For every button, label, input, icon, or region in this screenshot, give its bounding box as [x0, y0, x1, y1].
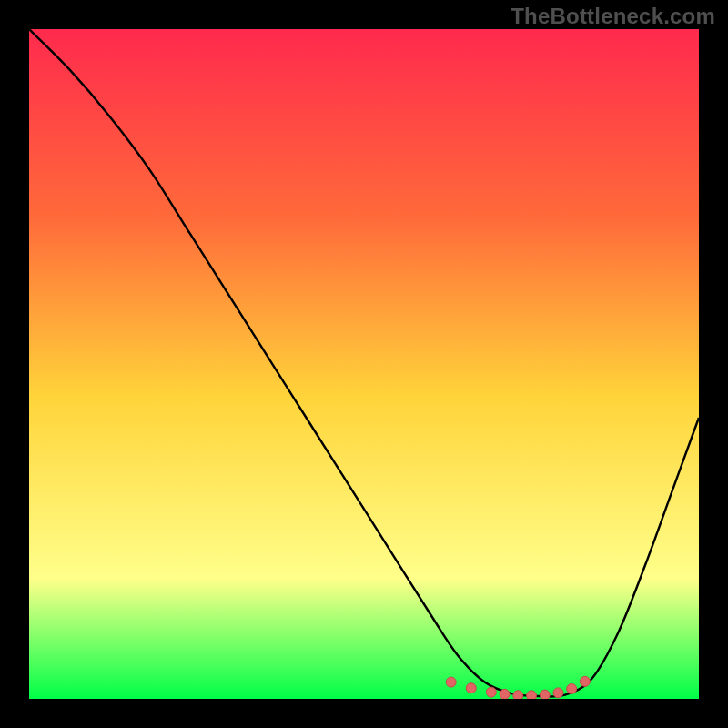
chart-svg — [29, 29, 699, 699]
sweet-spot-marker — [513, 691, 523, 699]
watermark-text: TheBottleneck.com — [511, 4, 715, 29]
sweet-spot-marker — [500, 689, 510, 699]
chart-frame: TheBottleneck.com — [0, 0, 728, 728]
sweet-spot-marker — [486, 687, 496, 697]
sweet-spot-marker — [527, 691, 537, 699]
sweet-spot-marker — [567, 683, 577, 693]
sweet-spot-marker — [580, 676, 590, 686]
sweet-spot-marker — [540, 690, 550, 699]
sweet-spot-marker — [446, 677, 456, 687]
gradient-background — [29, 29, 699, 699]
sweet-spot-marker — [553, 688, 563, 698]
plot-area — [29, 29, 699, 699]
sweet-spot-marker — [466, 683, 476, 693]
